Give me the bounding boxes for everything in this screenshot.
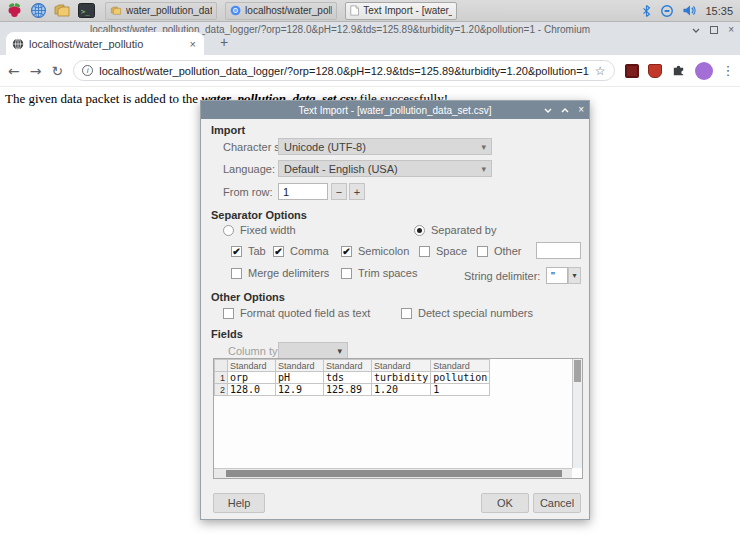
radio-icon (223, 225, 234, 236)
vertical-scrollbar[interactable] (572, 359, 582, 468)
checkbox-icon (341, 268, 352, 279)
document-icon (350, 4, 359, 17)
chromium-icon (230, 4, 241, 17)
dialog-close-icon[interactable]: × (578, 105, 584, 115)
import-heading: Import (211, 124, 245, 136)
comma-checkbox[interactable]: ✔ Comma (273, 245, 329, 257)
ublock-extension-icon[interactable] (625, 64, 639, 78)
trim-spaces-checkbox[interactable]: Trim spaces (341, 267, 418, 279)
tab-checkbox[interactable]: ✔ Tab (231, 245, 266, 257)
text-import-dialog: Text Import - [water_pollution_data_set.… (200, 100, 590, 520)
space-checkbox[interactable]: Space (419, 245, 467, 257)
language-label: Language: (223, 163, 275, 175)
column-header[interactable]: Standard (228, 360, 276, 372)
other-separator-input[interactable] (536, 242, 581, 259)
from-row-minus-button[interactable]: − (331, 183, 347, 200)
cell: orp (228, 372, 276, 384)
browser-menu-icon[interactable]: ⋮ (722, 63, 735, 78)
separated-by-radio[interactable]: Separated by (414, 224, 496, 236)
merge-delimiters-checkbox[interactable]: Merge delimiters (231, 267, 329, 279)
reload-icon[interactable]: ↻ (51, 63, 63, 79)
bluetooth-icon[interactable] (641, 4, 652, 18)
preview-row: 1 orp pH tds turbidity pollution (215, 372, 490, 384)
extensions-puzzle-icon[interactable] (671, 63, 686, 78)
terminal-icon[interactable]: >_ (75, 1, 97, 21)
vertical-scrollbar-thumb[interactable] (574, 360, 581, 382)
ok-button[interactable]: OK (481, 493, 529, 513)
chevron-down-icon: ▾ (481, 142, 486, 152)
other-checkbox[interactable]: Other (477, 245, 522, 257)
site-info-icon[interactable]: i (82, 65, 93, 76)
cancel-button[interactable]: Cancel (533, 493, 581, 513)
vnc-icon[interactable] (660, 4, 674, 18)
column-header[interactable]: Standard (324, 360, 372, 372)
checkbox-icon (401, 308, 412, 319)
address-bar[interactable]: i localhost/water_pollution_data_logger/… (73, 60, 614, 81)
fixed-width-label: Fixed width (240, 224, 296, 236)
cell: 128.0 (228, 384, 276, 396)
detect-numbers-label: Detect special numbers (418, 307, 533, 319)
tab-label: Tab (248, 245, 266, 257)
column-header[interactable]: Standard (372, 360, 431, 372)
raspberry-menu-icon[interactable] (3, 1, 25, 21)
chevron-down-icon: ▾ (337, 346, 342, 356)
profile-avatar[interactable] (695, 62, 713, 80)
cell: tds (324, 372, 372, 384)
bookmark-star-icon[interactable]: ☆ (595, 64, 606, 78)
row-number: 1 (215, 372, 228, 384)
semicolon-label: Semicolon (358, 245, 409, 257)
column-header[interactable]: Standard (276, 360, 324, 372)
close-icon[interactable]: × (728, 24, 734, 36)
dialog-rollup-icon[interactable] (561, 105, 569, 115)
checkbox-icon (419, 246, 430, 257)
minimize-icon[interactable] (692, 24, 700, 36)
fixed-width-radio[interactable]: Fixed width (223, 224, 296, 236)
tab-close-icon[interactable]: × (188, 38, 198, 50)
cell: turbidity (372, 372, 431, 384)
extensions-area: ⋮ (625, 62, 735, 80)
taskbar-window-text-import[interactable]: Text Import - [water_p... (345, 2, 457, 20)
language-dropdown[interactable]: Default - English (USA) ▾ (278, 160, 492, 177)
dialog-titlebar[interactable]: Text Import - [water_pollution_data_set.… (201, 101, 589, 119)
semicolon-checkbox[interactable]: ✔ Semicolon (341, 245, 409, 257)
string-delimiter-dropdown[interactable]: ▾ (568, 267, 581, 284)
desktop: >_ water_pollution_data... localhost/wat… (0, 0, 740, 555)
taskbar-window-files[interactable]: water_pollution_data... (105, 2, 217, 20)
radio-selected-icon (414, 225, 425, 236)
cell: pollution (431, 372, 490, 384)
space-label: Space (436, 245, 467, 257)
dialog-rolldown-icon[interactable] (544, 105, 552, 115)
charset-dropdown[interactable]: Unicode (UTF-8) ▾ (278, 138, 492, 155)
back-icon[interactable]: ← (8, 63, 20, 79)
comma-label: Comma (290, 245, 329, 257)
format-quoted-checkbox[interactable]: Format quoted field as text (223, 307, 370, 319)
svg-text:>_: >_ (81, 8, 90, 16)
new-tab-button[interactable]: + (214, 34, 234, 50)
from-row-plus-button[interactable]: + (349, 183, 365, 200)
browser-tab[interactable]: localhost/water_pollutio × (6, 32, 204, 55)
format-quoted-label: Format quoted field as text (240, 307, 370, 319)
horizontal-scrollbar-thumb[interactable] (226, 470, 562, 477)
maximize-icon[interactable] (710, 26, 718, 34)
column-header[interactable]: Standard (431, 360, 490, 372)
chevron-down-icon: ▾ (481, 164, 486, 174)
file-manager-icon[interactable] (51, 1, 73, 21)
detect-numbers-checkbox[interactable]: Detect special numbers (401, 307, 533, 319)
string-delimiter-value[interactable]: " (546, 267, 568, 284)
privacy-badger-extension-icon[interactable] (648, 64, 662, 78)
taskbar-window-label: localhost/water_pollu... (245, 5, 332, 16)
forward-icon[interactable]: → (30, 63, 42, 79)
separated-by-label: Separated by (431, 224, 496, 236)
web-browser-icon[interactable] (27, 1, 49, 21)
dialog-title: Text Import - [water_pollution_data_set.… (299, 105, 492, 116)
taskbar-window-label: water_pollution_data... (126, 5, 212, 16)
volume-icon[interactable] (682, 4, 697, 17)
column-type-dropdown[interactable]: ▾ (278, 342, 348, 359)
help-button[interactable]: Help (213, 493, 265, 513)
clock: 15:35 (705, 5, 733, 17)
separator-options-heading: Separator Options (211, 209, 307, 221)
horizontal-scrollbar[interactable] (214, 468, 572, 478)
taskbar-window-chromium[interactable]: localhost/water_pollu... (225, 2, 337, 20)
from-row-input[interactable]: 1 (278, 183, 328, 200)
csv-preview-grid[interactable]: Standard Standard Standard Standard Stan… (213, 358, 583, 479)
